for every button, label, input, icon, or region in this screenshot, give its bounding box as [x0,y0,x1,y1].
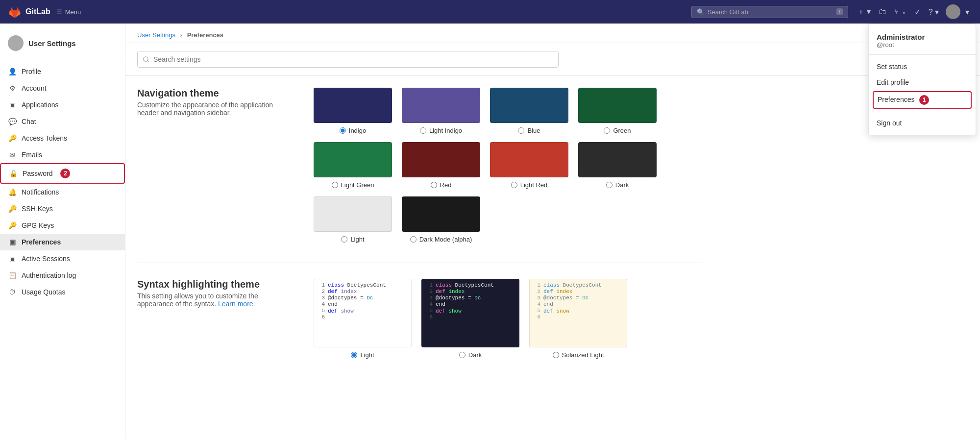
sidebar-item-password[interactable]: 🔒 Password 2 [0,163,125,184]
search-input[interactable] [708,8,833,16]
syntax-radio-light-label[interactable]: Light [351,351,374,359]
theme-swatch-red [402,142,480,177]
theme-radio-red-label[interactable]: Red [431,181,452,189]
theme-light-item: Light [314,196,392,243]
line-numbers-light: 123456 [318,282,325,344]
dropdown-item-edit-profile[interactable]: Edit profile [869,74,976,90]
theme-dark-mode-item: Dark Mode (alpha) [402,196,480,243]
gitlab-logo[interactable]: GitLab [8,5,50,19]
syntax-preview-dark: 123456 class DoctypesCont def index @doc… [421,279,519,347]
theme-light-indigo-item: Light Indigo [402,88,480,134]
search-kbd-hint: / [836,8,843,15]
theme-radio-green-label[interactable]: Green [604,127,631,134]
search-icon: 🔍 [697,8,705,16]
syntax-theme-grid: 123456 class DoctypesCont def index @doc… [314,279,627,359]
help-icon[interactable]: ? ▾ [926,4,942,20]
theme-radio-dark-label[interactable]: Dark [606,181,629,189]
syntax-dark-item: 123456 class DoctypesCont def index @doc… [421,279,519,359]
active-sessions-icon: ▣ [8,255,17,263]
line-numbers-dark: 123456 [426,282,433,344]
todos-icon[interactable]: ✓ [911,4,924,20]
theme-blue-item: Blue [490,88,568,134]
sidebar-item-ssh-keys[interactable]: 🔑 SSH Keys [0,200,125,217]
applications-icon: ▣ [8,101,17,109]
syntax-preview-solarized: 123456 class DoctypesCont def index @doc… [529,279,627,347]
menu-toggle[interactable]: ☰ Menu [56,8,81,16]
theme-radio-indigo-label[interactable]: Indigo [340,127,366,134]
sidebar-item-profile[interactable]: 👤 Profile [0,63,125,80]
dropdown-item-set-status[interactable]: Set status [869,59,976,74]
sidebar-item-emails[interactable]: ✉ Emails [0,146,125,163]
theme-swatch-blue [490,88,568,123]
main-content: User Settings › Preferences Navigation t… [125,24,980,439]
sidebar-title: User Settings [28,39,76,48]
theme-radio-red[interactable] [431,182,437,188]
password-icon: 🔒 [9,170,18,177]
settings-search-container [125,43,980,76]
merge-requests-icon[interactable]: ⑂ ▾ [891,4,909,19]
nav-theme-title: Navigation theme [137,88,294,99]
syntax-theme-section: Syntax highlighting theme This setting a… [137,279,702,359]
theme-dark-item: Dark [578,142,657,189]
sidebar-item-authentication-log[interactable]: 📋 Authentication log [0,267,125,284]
breadcrumb-parent-link[interactable]: User Settings [137,31,175,39]
sidebar-item-usage-quotas[interactable]: ⏱ Usage Quotas [0,284,125,300]
notifications-icon: 🔔 [8,188,17,196]
theme-radio-light-green[interactable] [332,182,338,188]
sidebar-item-account[interactable]: ⚙ Account [0,80,125,97]
theme-radio-dark-mode-label[interactable]: Dark Mode (alpha) [410,236,472,243]
preferences-content: Navigation theme Customize the appearanc… [125,76,713,390]
nav-theme-text: Navigation theme Customize the appearanc… [137,88,294,126]
theme-radio-light[interactable] [341,236,347,243]
account-icon: ⚙ [8,84,17,92]
theme-radio-light-red[interactable] [511,182,517,188]
theme-swatch-green [578,88,657,123]
dropdown-item-sign-out[interactable]: Sign out [869,115,976,131]
password-badge: 2 [60,169,70,178]
sidebar: User Settings 👤 Profile ⚙ Account ▣ Appl… [0,24,125,439]
sidebar-item-notifications[interactable]: 🔔 Notifications [0,184,125,200]
gpg-keys-icon: 🔑 [8,221,17,229]
syntax-radio-dark-label[interactable]: Dark [459,351,482,359]
theme-radio-blue[interactable] [518,127,524,134]
theme-radio-dark-mode[interactable] [410,236,416,243]
syntax-learn-more-link[interactable]: Learn more [218,300,253,308]
settings-search-input[interactable] [137,51,559,68]
line-numbers-solarized: 123456 [534,282,540,344]
syntax-light-item: 123456 class DoctypesCont def index @doc… [314,279,412,359]
sidebar-item-applications[interactable]: ▣ Applications [0,97,125,113]
syntax-theme-desc: This setting allows you to customize the… [137,292,294,308]
sidebar-item-preferences[interactable]: ▣ Preferences [0,234,125,250]
theme-radio-light-indigo[interactable] [420,127,426,134]
theme-swatch-light [314,196,392,232]
theme-radio-green[interactable] [604,127,610,134]
theme-radio-indigo[interactable] [340,127,346,134]
issues-icon[interactable]: 🗂 [876,4,889,19]
syntax-radio-solarized[interactable] [553,352,559,358]
theme-radio-light-label[interactable]: Light [341,236,364,243]
dropdown-handle: @root [877,41,968,49]
theme-radio-light-indigo-label[interactable]: Light Indigo [420,127,462,134]
sidebar-item-access-tokens[interactable]: 🔑 Access Tokens [0,130,125,146]
theme-radio-dark[interactable] [606,182,612,188]
syntax-radio-light[interactable] [351,352,357,358]
code-lines-light: class DoctypesCont def index @doctypes =… [328,282,407,344]
theme-swatch-indigo [314,88,392,123]
syntax-radio-solarized-label[interactable]: Solarized Light [553,351,604,359]
dropdown-item-preferences[interactable]: Preferences 1 [873,91,972,109]
sidebar-item-gpg-keys[interactable]: 🔑 GPG Keys [0,217,125,234]
syntax-theme-layout: Syntax highlighting theme This setting a… [137,279,702,359]
sidebar-item-active-sessions[interactable]: ▣ Active Sessions [0,250,125,267]
theme-radio-light-red-label[interactable]: Light Red [511,181,548,189]
create-new-button[interactable]: ＋ ▾ [854,4,874,20]
global-search-bar[interactable]: 🔍 / [691,6,848,18]
theme-radio-blue-label[interactable]: Blue [518,127,540,134]
syntax-radio-dark[interactable] [459,352,466,358]
user-avatar-button[interactable] [946,4,960,19]
sidebar-item-chat[interactable]: 💬 Chat [0,113,125,130]
preferences-icon: ▣ [8,238,17,246]
theme-red-item: Red [402,142,480,189]
theme-radio-light-green-label[interactable]: Light Green [332,181,374,189]
theme-green-item: Green [578,88,657,134]
avatar-chevron[interactable]: ▾ [962,4,972,20]
